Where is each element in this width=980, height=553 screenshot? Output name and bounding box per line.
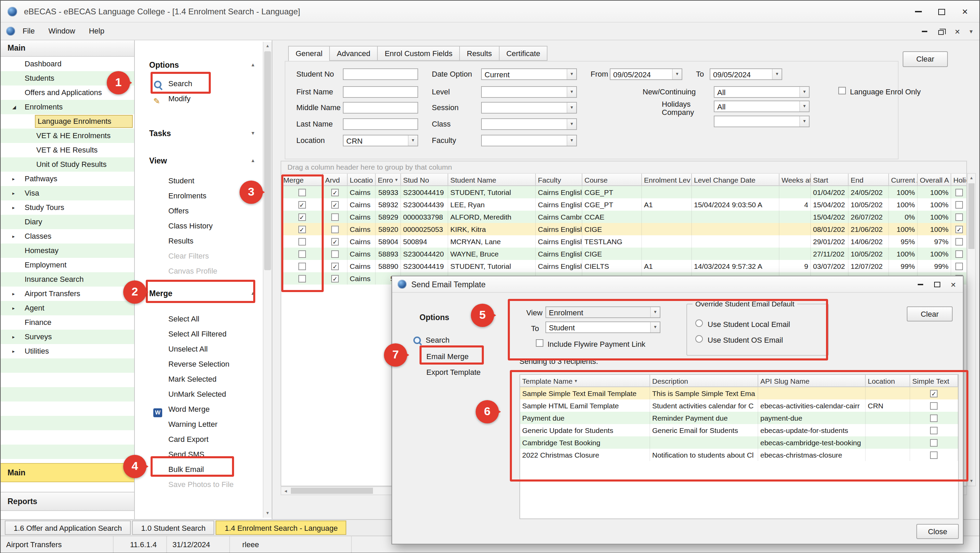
dialog-search-option[interactable]: Search [413, 334, 450, 345]
enrolment-row[interactable]: ✓Cairns58904500894MCRYAN, LaneCairns Eng… [281, 235, 966, 248]
dialog-export-template-option[interactable]: Export Template [426, 367, 481, 378]
column-header-enro[interactable]: Enro▼ [376, 174, 401, 186]
tab-enrol-custom-fields[interactable]: Enrol Custom Fields [378, 46, 460, 61]
last-name-input[interactable] [343, 118, 418, 130]
dialog-close-button[interactable]: ✕ [945, 277, 961, 292]
menu-help[interactable]: Help [83, 22, 111, 40]
action-card-export[interactable]: Card Export [135, 432, 262, 447]
scrollbar-thumb[interactable] [968, 183, 975, 249]
column-header-locatio[interactable]: Locatio [348, 174, 376, 186]
sidebar-item-airport-transfers[interactable]: ▸Airport Transfers [1, 287, 134, 301]
chevron-up-icon[interactable]: ▲ [250, 58, 255, 72]
collapsed-node-icon[interactable]: ▸ [12, 344, 15, 358]
mdi-restore-button[interactable] [933, 24, 949, 39]
sidebar-item-surveys[interactable]: ▸Surveys [1, 330, 134, 344]
nav-group-main[interactable]: Main [1, 463, 134, 482]
sidebar-item-insurance-search[interactable]: Insurance Search [1, 272, 134, 287]
sidebar-item-enrolments[interactable]: ◢Enrolments [1, 100, 134, 114]
company-select[interactable]: ▼ [714, 116, 810, 127]
action-select-all[interactable]: Select All [135, 311, 262, 326]
arvd-checkbox[interactable] [331, 226, 339, 233]
action-unmark-selected[interactable]: UnMark Selected [135, 386, 262, 402]
mdi-minimize-button[interactable] [916, 24, 933, 39]
close-button[interactable]: ✕ [953, 1, 977, 22]
holiday-checkbox[interactable] [955, 238, 963, 245]
enrolment-row[interactable]: ✓Cairns58933S230044419STUDENT, TutorialC… [281, 186, 966, 199]
arvd-checkbox[interactable] [331, 250, 339, 257]
holiday-checkbox[interactable] [955, 201, 963, 208]
sidebar-item-visa[interactable]: ▸Visa [1, 186, 134, 200]
chevron-down-icon[interactable]: ▾ [966, 24, 977, 39]
session-select[interactable]: ▼ [481, 102, 577, 114]
arvd-checkbox[interactable]: ✓ [331, 275, 339, 282]
tab-general[interactable]: General [288, 46, 330, 62]
level-select[interactable]: ▼ [481, 86, 577, 98]
actions-scrollbar[interactable]: ▲ ▼ [263, 42, 272, 518]
middle-name-input[interactable] [343, 102, 418, 114]
column-header-course[interactable]: Course [582, 174, 642, 186]
column-header-weeks-at-lev[interactable]: Weeks at Lev [780, 174, 811, 186]
holiday-checkbox[interactable] [955, 213, 963, 221]
action-mark-selected[interactable]: Mark Selected [135, 372, 262, 386]
sidebar-item-homestay[interactable]: Homestay [1, 243, 134, 258]
mdi-close-button[interactable]: ✕ [949, 24, 966, 39]
sidebar-item-pathways[interactable]: ▸Pathways [1, 172, 134, 186]
chevron-down-icon[interactable]: ▼ [250, 127, 255, 140]
nav-group-reports[interactable]: Reports [1, 492, 134, 511]
window-tab-1-0-student-search[interactable]: 1.0 Student Search [132, 521, 214, 535]
holiday-checkbox[interactable] [955, 250, 963, 257]
column-header-student-name[interactable]: Student Name [448, 174, 536, 186]
column-header-arvd[interactable]: Arvd [323, 174, 348, 186]
sidebar-item-unit-of-study-results[interactable]: Unit of Study Results [1, 157, 134, 172]
enrolment-row[interactable]: ✓Cairns589290000033798ALFORD, MeredithCa… [281, 211, 966, 223]
holiday-checkbox[interactable] [955, 188, 963, 196]
location-select[interactable]: CRN▼ [343, 135, 418, 146]
scrollbar-thumb[interactable] [291, 488, 373, 494]
date-option-select[interactable]: Current▼ [481, 68, 577, 80]
holiday-checkbox[interactable]: ✓ [955, 226, 963, 233]
scroll-up-icon[interactable]: ▲ [968, 174, 975, 183]
action-results[interactable]: Results [135, 233, 262, 248]
window-tab-1-6-offer-and-application-search[interactable]: 1.6 Offer and Application Search [5, 521, 131, 535]
sidebar-item-finance[interactable]: Finance [1, 315, 134, 330]
arvd-checkbox[interactable] [331, 213, 339, 221]
arvd-checkbox[interactable]: ✓ [331, 238, 339, 245]
expanded-node-icon[interactable]: ◢ [12, 100, 16, 114]
collapsed-node-icon[interactable]: ▸ [12, 186, 15, 200]
collapsed-node-icon[interactable]: ▸ [12, 301, 15, 315]
class-select[interactable]: ▼ [481, 118, 577, 130]
window-tab-1-4-enrolment-search-language[interactable]: 1.4 Enrolment Search - Language [216, 521, 347, 535]
scroll-up-icon[interactable]: ▲ [264, 42, 272, 51]
enrolment-row[interactable]: ✓Cairns589200000025053KIRK, KitraCairns … [281, 223, 966, 235]
sidebar-item-employment[interactable]: Employment [1, 258, 134, 272]
close-dialog-button[interactable]: Close [916, 524, 959, 539]
student-no-input[interactable] [343, 68, 418, 80]
sidebar-item-classes[interactable]: ▸Classes [1, 229, 134, 243]
new-continuing-select[interactable]: All▼ [714, 86, 810, 98]
arvd-checkbox[interactable]: ✓ [331, 201, 339, 208]
action-offers[interactable]: Offers [135, 203, 262, 218]
sidebar-item-utilities[interactable]: ▸Utilities [1, 344, 134, 358]
chevron-up-icon[interactable]: ▲ [250, 154, 255, 168]
action-warning-letter[interactable]: Warning Letter [135, 416, 262, 432]
language-enrol-only-checkbox[interactable] [838, 87, 846, 94]
scroll-left-icon[interactable]: ◄ [281, 487, 290, 495]
menu-file[interactable]: File [16, 22, 41, 40]
scroll-down-icon[interactable]: ▼ [264, 509, 272, 518]
dialog-minimize-button[interactable] [912, 277, 929, 292]
sidebar-item-dashboard[interactable]: Dashboard [1, 57, 134, 71]
to-date-select[interactable]: 09/05/2024▼ [710, 68, 782, 80]
first-name-input[interactable] [343, 86, 418, 98]
column-header-current-a[interactable]: Current A [889, 174, 918, 186]
action-reverse-selection[interactable]: Reverse Selection [135, 356, 262, 372]
arvd-checkbox[interactable]: ✓ [331, 188, 339, 196]
section-header-tasks[interactable]: Tasks▼ [135, 127, 262, 140]
sidebar-item-vet-he-enrolments[interactable]: VET & HE Enrolments [1, 129, 134, 143]
sidebar-item-study-tours[interactable]: ▸Study Tours [1, 200, 134, 215]
collapsed-node-icon[interactable]: ▸ [12, 330, 15, 344]
action-select-all-filtered[interactable]: Select All Filtered [135, 326, 262, 341]
column-header-stud-no[interactable]: Stud No [401, 174, 448, 186]
clear-button[interactable]: Clear [903, 51, 948, 67]
sidebar-item-vet-he-results[interactable]: VET & HE Results [1, 143, 134, 157]
arvd-checkbox[interactable]: ✓ [331, 262, 339, 270]
